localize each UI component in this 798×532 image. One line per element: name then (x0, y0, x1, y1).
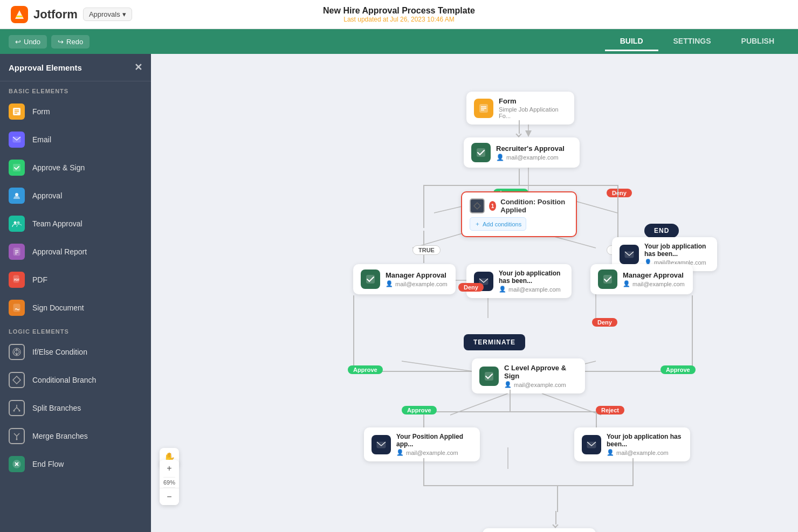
manager-left-content: Manager Approval 👤 mail@example.com (386, 271, 448, 287)
sidebar-item-team-approval[interactable]: Team Approval (0, 210, 151, 238)
email-approved-bottom-icon (372, 435, 391, 454)
undo-button[interactable]: ↩ Undo (9, 35, 47, 49)
recruiters-approval-node[interactable]: Recruiter's Approval 👤 mail@example.com (464, 137, 580, 168)
svg-point-11 (17, 222, 20, 224)
user-icon6: 👤 (504, 381, 512, 388)
email-denied-center-node[interactable]: Your job application has been... 👤 mail@… (466, 264, 572, 298)
email-rejected-bottom-content: Your job application has been... 👤 mail@… (607, 433, 683, 456)
form-node[interactable]: Form Simple Job Application Fo... (466, 92, 574, 125)
sidebar-item-end-flow[interactable]: End Flow (0, 450, 151, 478)
flow-wrapper: Form Simple Job Application Fo... Recrui… (218, 70, 731, 532)
condition-node[interactable]: 1 Condition: Position Applied ＋ Add cond… (461, 191, 577, 237)
sidebar-item-pdf[interactable]: PDF PDF (0, 266, 151, 294)
zoom-level: 69% (163, 477, 175, 488)
svg-line-23 (14, 407, 17, 410)
team-approval-icon (9, 216, 25, 232)
email-approved-bottom-content: Your Position Applied app... 👤 mail@exam… (396, 433, 472, 456)
sidebar-item-merge[interactable]: Merge Branches (0, 422, 151, 450)
left-vert (423, 185, 424, 228)
deny-pill-1: Deny (607, 189, 632, 197)
svg-rect-2 (16, 16, 23, 17)
to-form-down (423, 458, 424, 485)
approval-icon (9, 188, 25, 204)
email-denied-right-content: Your job application has been... 👤 mail@… (644, 243, 710, 266)
zoom-out-button[interactable]: − (160, 488, 179, 505)
manager-approval-left-node[interactable]: Manager Approval 👤 mail@example.com (353, 264, 456, 294)
add-conditions-button[interactable]: ＋ Add conditions (470, 217, 526, 231)
email-rejected-bottom-icon (582, 435, 601, 454)
email-rejected-bottom-node[interactable]: Your job application has been... 👤 mail@… (574, 427, 690, 461)
sidebar-approve-sign-label: Approve & Sign (32, 163, 85, 172)
clevel-split (423, 411, 596, 412)
sidebar-item-sign-doc[interactable]: Sign Document (0, 294, 151, 322)
form-final-node[interactable]: Form Title Recruitment Re... 👤 mail@exam… (483, 528, 596, 532)
zoom-in-button[interactable]: + (160, 460, 179, 477)
sidebar-item-approval[interactable]: Approval (0, 182, 151, 210)
ifelse-icon (9, 344, 25, 360)
email-denied-right-icon (620, 245, 639, 264)
horiz-split (423, 185, 617, 186)
sign-doc-icon (9, 300, 25, 316)
sidebar-item-ifelse[interactable]: If/Else Condition (0, 338, 151, 366)
user-icon: 👤 (496, 154, 504, 161)
tab-settings[interactable]: SETTINGS (658, 32, 726, 51)
true-pill: TRUE (412, 245, 441, 255)
sidebar-item-approval-report[interactable]: Approval Report (0, 238, 151, 266)
svg-point-10 (14, 222, 17, 224)
pdf-icon: PDF (9, 272, 25, 288)
svg-point-30 (16, 439, 18, 440)
reject-down (632, 458, 634, 485)
svg-line-43 (402, 361, 477, 372)
toolbar-tabs: BUILD SETTINGS PUBLISH (605, 32, 789, 51)
sidebar-title: Approval Elements (9, 63, 82, 72)
logo-area: Jotform Approvals ▾ (11, 6, 132, 23)
top-header: Jotform Approvals ▾ New Hire Approval Pr… (0, 0, 798, 29)
sidebar-team-approval-label: Team Approval (32, 219, 82, 228)
user-icon4: 👤 (499, 286, 506, 293)
condition-icon (470, 198, 485, 213)
approvals-dropdown[interactable]: Approvals ▾ (83, 8, 132, 21)
tab-publish[interactable]: PUBLISH (726, 32, 789, 51)
logo-text: Jotform (33, 8, 78, 22)
reject-pill-1: Reject (596, 406, 624, 414)
recruiters-approval-icon (471, 143, 491, 162)
email-approved-bottom-node[interactable]: Your Position Applied app... 👤 mail@exam… (364, 427, 480, 461)
sidebar-item-conditional[interactable]: Conditional Branch (0, 366, 151, 394)
sidebar-sign-doc-label: Sign Document (32, 303, 84, 312)
sidebar-item-email[interactable]: Email (0, 126, 151, 154)
sidebar-approval-label: Approval (32, 191, 62, 200)
title-area: New Hire Approval Process Template Last … (323, 6, 475, 23)
sidebar-item-approve-sign[interactable]: Approve & Sign (0, 154, 151, 182)
svg-line-27 (14, 433, 17, 436)
approve-pill-3: Approve (661, 365, 696, 374)
approve-pill-4: Approve (402, 406, 437, 414)
sidebar-item-form[interactable]: Form (0, 98, 151, 126)
svg-text:PDF: PDF (14, 278, 19, 281)
clevel-node[interactable]: C Level Approve & Sign 👤 mail@example.co… (472, 358, 585, 393)
manager-right-content: Manager Approval 👤 mail@example.com (623, 271, 685, 287)
sidebar-basic-label: BASIC ELEMENTS (0, 81, 151, 98)
approve-pill-2: Approve (348, 365, 383, 374)
deny-pill-2: Deny (458, 283, 484, 292)
sidebar: Approval Elements ✕ BASIC ELEMENTS Form … (0, 54, 151, 532)
redo-button[interactable]: ↪ Redo (51, 35, 90, 49)
merge-icon (9, 428, 25, 444)
approval-report-icon (9, 244, 25, 260)
terminate-button[interactable]: TERMINATE (464, 334, 525, 350)
recruiters-approval-content: Recruiter's Approval 👤 mail@example.com (496, 144, 572, 161)
clevel-down (510, 390, 511, 411)
end-button[interactable]: END (644, 224, 679, 238)
redo-icon: ↪ (58, 38, 64, 46)
chevron-down-icon: ▾ (122, 10, 126, 18)
tab-build[interactable]: BUILD (605, 32, 658, 51)
sidebar-item-split[interactable]: Split Branches (0, 394, 151, 422)
canvas: Form Simple Job Application Fo... Recrui… (151, 54, 798, 532)
undo-icon: ↩ (15, 38, 21, 46)
to-form-vert2 (557, 485, 558, 512)
manager-approval-right-node[interactable]: Manager Approval 👤 mail@example.com (590, 264, 693, 294)
sidebar-close-icon[interactable]: ✕ (134, 61, 142, 73)
email-icon (9, 132, 25, 148)
clevel-icon (479, 367, 499, 386)
sidebar-header: Approval Elements ✕ (0, 54, 151, 81)
svg-point-26 (19, 410, 20, 412)
